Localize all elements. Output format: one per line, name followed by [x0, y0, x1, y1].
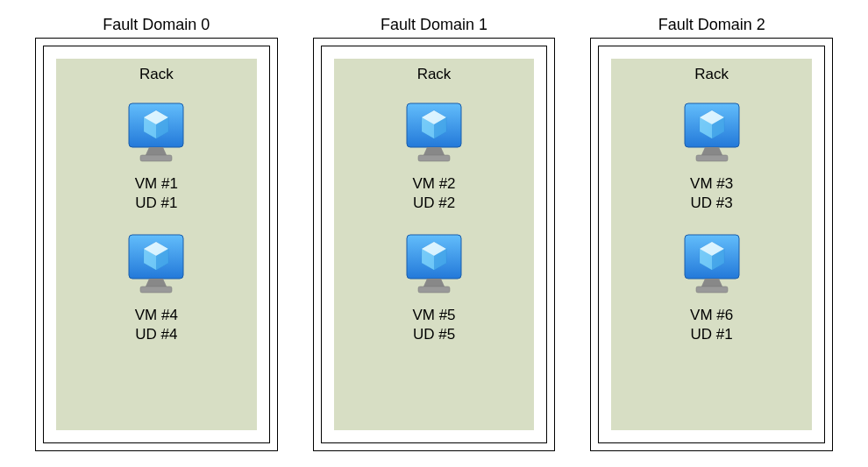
svg-rect-25	[696, 155, 728, 161]
rack-label: Rack	[417, 66, 452, 83]
vm-icon	[406, 234, 462, 302]
vm-list: VM #3 UD #3	[620, 103, 803, 344]
vm-icon	[684, 103, 740, 171]
vm-list: VM #2 UD #2	[343, 103, 526, 344]
fault-domain-title: Fault Domain 1	[381, 16, 487, 34]
svg-rect-31	[696, 287, 728, 293]
vm-label: VM #6	[690, 306, 733, 325]
vm-icon	[128, 103, 184, 171]
svg-rect-19	[418, 287, 450, 293]
fault-domain-outer-box: Rack	[35, 38, 278, 451]
vm-icon	[128, 234, 184, 302]
fault-domain-0: Fault Domain 0 Rack	[35, 16, 278, 451]
vm-item: VM #6 UD #1	[684, 234, 740, 344]
fault-domain-inner-box: Rack	[43, 46, 270, 443]
fault-domain-title: Fault Domain 2	[658, 16, 765, 34]
vm-item: VM #3 UD #3	[684, 103, 740, 213]
ud-label: UD #2	[413, 194, 455, 213]
fault-domain-title: Fault Domain 0	[103, 16, 210, 34]
vm-label: VM #1	[135, 174, 178, 194]
fault-domain-outer-box: Rack	[590, 38, 833, 451]
ud-label: UD #5	[413, 325, 455, 344]
svg-rect-7	[140, 287, 172, 293]
rack-label: Rack	[139, 66, 174, 83]
svg-rect-1	[140, 155, 172, 161]
vm-label: VM #4	[135, 306, 178, 325]
vm-item: VM #4 UD #4	[128, 234, 184, 344]
vm-label: VM #5	[412, 306, 455, 325]
vm-item: VM #2 UD #2	[406, 103, 462, 213]
ud-label: UD #3	[691, 194, 733, 213]
ud-label: UD #4	[135, 325, 177, 344]
fault-domain-inner-box: Rack	[598, 46, 825, 443]
ud-label: UD #1	[691, 325, 733, 344]
rack-label: Rack	[694, 66, 729, 83]
vm-item: VM #1 UD #1	[128, 103, 184, 213]
vm-icon	[684, 234, 740, 302]
diagram-canvas: Fault Domain 0 Rack	[35, 16, 833, 451]
rack: Rack	[611, 59, 812, 430]
vm-label: VM #2	[412, 174, 455, 194]
vm-list: VM #1 UD #1	[65, 103, 248, 344]
fault-domain-outer-box: Rack	[313, 38, 556, 451]
ud-label: UD #1	[135, 194, 177, 213]
fault-domain-1: Fault Domain 1 Rack	[313, 16, 556, 451]
vm-label: VM #3	[690, 174, 733, 194]
fault-domain-2: Fault Domain 2 Rack	[590, 16, 833, 451]
svg-rect-13	[418, 155, 450, 161]
rack: Rack	[56, 59, 257, 430]
rack: Rack	[334, 59, 535, 430]
fault-domain-inner-box: Rack	[321, 46, 548, 443]
vm-item: VM #5 UD #5	[406, 234, 462, 344]
vm-icon	[406, 103, 462, 171]
